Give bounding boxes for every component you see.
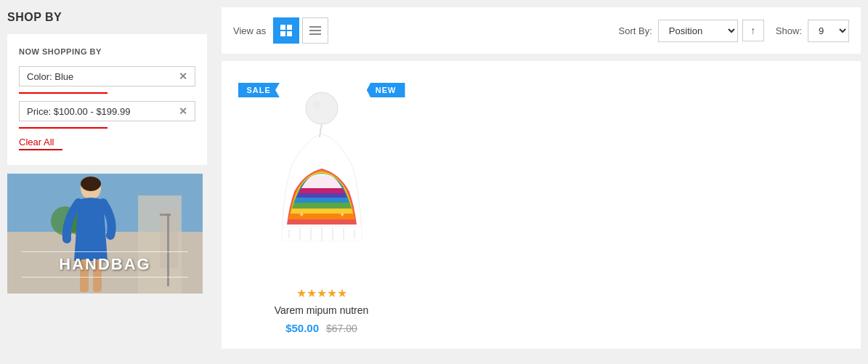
price-filter-remove[interactable]: ✕ bbox=[179, 105, 187, 117]
show-label: Show: bbox=[776, 25, 802, 36]
toolbar: View as Sort By: Position bbox=[222, 7, 861, 54]
hat-svg: ✦ ✦ bbox=[249, 90, 394, 264]
now-shopping-by-label: NOW SHOPPING BY bbox=[19, 47, 195, 56]
show-select[interactable]: 9 15 30 bbox=[808, 20, 849, 42]
shop-by-title: SHOP BY bbox=[7, 11, 207, 24]
price-filter-tag: Price: $100.00 - $199.99 ✕ bbox=[19, 101, 195, 121]
sort-direction-button[interactable]: ↑ bbox=[742, 20, 764, 41]
filter-panel: NOW SHOPPING BY Color: Blue ✕ Price: $10… bbox=[7, 34, 207, 165]
color-filter-label: Color: Blue bbox=[27, 71, 173, 82]
svg-point-13 bbox=[313, 101, 320, 108]
view-as-label: View as bbox=[233, 25, 266, 36]
star-1: ★ bbox=[296, 286, 307, 300]
product-image-wrapper: SALE NEW bbox=[242, 76, 402, 279]
svg-text:✦: ✦ bbox=[299, 211, 304, 219]
svg-point-12 bbox=[306, 92, 338, 124]
main-content: View as Sort By: Position bbox=[214, 0, 868, 364]
sale-price: $50.00 bbox=[285, 322, 319, 334]
sidebar: SHOP BY NOW SHOPPING BY Color: Blue ✕ Pr… bbox=[0, 0, 214, 364]
list-view-button[interactable] bbox=[302, 17, 328, 44]
banner-text-overlay: HANDBAG bbox=[7, 248, 203, 280]
product-image[interactable]: ✦ ✦ bbox=[242, 76, 402, 279]
banner-line-bottom bbox=[22, 277, 188, 278]
product-prices: $50.00 $67.00 bbox=[236, 322, 407, 334]
banner-title: HANDBAG bbox=[7, 255, 203, 274]
product-card: SALE NEW bbox=[229, 68, 414, 341]
product-grid: SALE NEW bbox=[222, 61, 861, 349]
svg-rect-5 bbox=[160, 214, 171, 216]
color-filter-tag: Color: Blue ✕ bbox=[19, 66, 195, 86]
star-4: ★ bbox=[327, 286, 337, 300]
color-filter-underline bbox=[19, 92, 108, 94]
clear-all-button[interactable]: Clear All bbox=[19, 137, 54, 147]
original-price: $67.00 bbox=[326, 323, 357, 334]
list-icon bbox=[309, 26, 321, 35]
product-rating: ★ ★ ★ ★ ★ bbox=[236, 286, 407, 300]
clear-all-underline bbox=[19, 149, 62, 150]
star-2: ★ bbox=[307, 286, 317, 300]
banner-line-top bbox=[22, 251, 188, 252]
price-filter-underline bbox=[19, 127, 108, 129]
star-3: ★ bbox=[317, 286, 327, 300]
star-5: ★ bbox=[337, 286, 347, 300]
svg-text:✦: ✦ bbox=[339, 211, 345, 219]
sort-by-select[interactable]: Position Name Price bbox=[658, 20, 738, 42]
handbag-banner[interactable]: HANDBAG bbox=[7, 174, 203, 294]
color-filter-remove[interactable]: ✕ bbox=[179, 70, 187, 82]
price-filter-label: Price: $100.00 - $199.99 bbox=[27, 106, 173, 117]
sort-by-label: Sort By: bbox=[619, 25, 652, 36]
svg-point-9 bbox=[81, 177, 101, 191]
grid-view-button[interactable] bbox=[273, 17, 299, 44]
grid-icon bbox=[280, 25, 292, 36]
product-name[interactable]: Varem mipum nutren bbox=[236, 304, 407, 316]
